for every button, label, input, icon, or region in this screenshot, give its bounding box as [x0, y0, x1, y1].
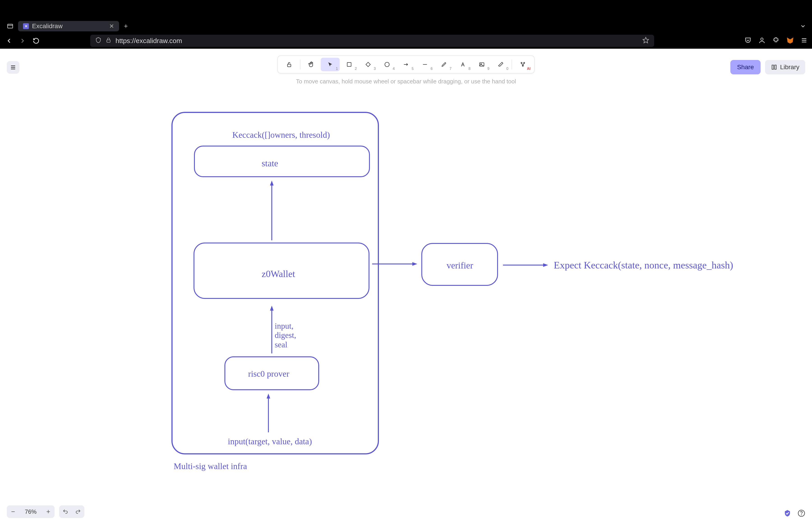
svg-marker-34: [543, 263, 548, 267]
arrow-input-to-prover[interactable]: [266, 394, 271, 434]
arrow-prover-to-wallet[interactable]: [270, 306, 274, 355]
status-icon[interactable]: [784, 509, 791, 518]
diagram-state-box[interactable]: [194, 146, 370, 177]
account-icon[interactable]: [758, 37, 766, 45]
diagram-wallet-label[interactable]: z0Wallet: [262, 269, 295, 279]
app-menu-icon[interactable]: [801, 37, 808, 45]
tab-title: Excalidraw: [32, 22, 106, 30]
diagram-edge-label[interactable]: input, digest, seal: [275, 321, 296, 349]
svg-marker-3: [643, 37, 649, 43]
lock-icon[interactable]: [105, 37, 112, 45]
bookmark-star-icon[interactable]: [642, 37, 649, 45]
zoom-value[interactable]: 76%: [19, 506, 42, 518]
svg-marker-28: [270, 306, 274, 311]
redo-button[interactable]: [72, 506, 84, 518]
svg-point-4: [761, 38, 763, 40]
tabs-dropdown-button[interactable]: [794, 23, 812, 29]
svg-rect-2: [107, 40, 110, 42]
reload-button[interactable]: [32, 36, 41, 45]
svg-marker-32: [412, 262, 417, 266]
excalidraw-favicon: ✕: [23, 23, 29, 29]
diagram-input-label[interactable]: input(target, value, data): [228, 436, 312, 446]
diagram-state-label[interactable]: state: [262, 158, 278, 169]
diagram-prover-label[interactable]: risc0 prover: [248, 369, 289, 379]
diagram-expect-label[interactable]: Expect Keccack(state, nonce, message_has…: [554, 259, 733, 271]
back-button[interactable]: [4, 36, 14, 45]
diagram-container-title[interactable]: Keccack([]owners, thresold): [232, 130, 330, 140]
undo-button[interactable]: [59, 506, 72, 518]
pocket-icon[interactable]: [744, 37, 752, 45]
svg-marker-5: [787, 37, 793, 44]
new-tab-button[interactable]: +: [119, 22, 133, 30]
arrow-verifier-to-expect[interactable]: [503, 263, 548, 267]
canvas[interactable]: Keccack([]owners, thresold) state z0Wall…: [0, 49, 812, 527]
extensions-icon[interactable]: [772, 37, 780, 45]
svg-marker-30: [266, 394, 270, 398]
zoom-in-button[interactable]: +: [42, 506, 55, 518]
tab-overview-button[interactable]: [2, 21, 18, 31]
arrow-wallet-to-verifier[interactable]: [372, 262, 417, 266]
diagram-caption-label[interactable]: Multi-sig wallet infra: [174, 461, 247, 471]
url-text: https://excalidraw.com: [115, 37, 182, 45]
browser-tab[interactable]: ✕ Excalidraw ✕: [18, 21, 119, 31]
metamask-icon[interactable]: [786, 36, 794, 45]
close-tab-button[interactable]: ✕: [109, 23, 114, 30]
zoom-out-button[interactable]: −: [7, 506, 19, 518]
address-bar[interactable]: https://excalidraw.com: [90, 35, 654, 47]
arrow-wallet-to-state[interactable]: [270, 181, 274, 243]
help-button[interactable]: [798, 509, 805, 518]
forward-button[interactable]: [18, 36, 27, 45]
svg-rect-0: [8, 24, 13, 28]
tracking-shield-icon[interactable]: [95, 37, 102, 45]
svg-marker-26: [270, 181, 274, 185]
diagram-verifier-label[interactable]: verifier: [447, 260, 473, 271]
zoom-controls: − 76% +: [7, 506, 55, 518]
